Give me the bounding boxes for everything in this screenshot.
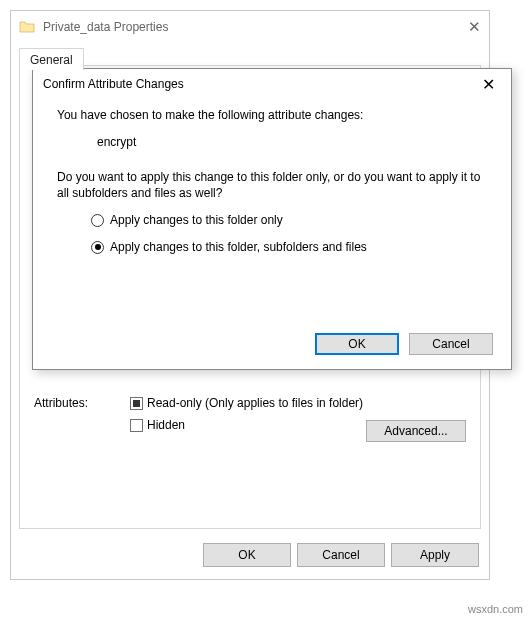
readonly-label: Read-only (Only applies to files in fold… xyxy=(147,396,363,410)
properties-ok-button[interactable]: OK xyxy=(203,543,291,567)
confirm-buttons: OK Cancel xyxy=(315,333,493,355)
radio-icon xyxy=(91,214,104,227)
confirm-line2: Do you want to apply this change to this… xyxy=(57,169,487,203)
folder-icon xyxy=(19,19,35,35)
attributes-checks: Read-only (Only applies to files in fold… xyxy=(130,396,466,440)
radio-recursive-label: Apply changes to this folder, subfolders… xyxy=(110,239,367,256)
properties-apply-button[interactable]: Apply xyxy=(391,543,479,567)
confirm-line1: You have chosen to make the following at… xyxy=(57,107,487,124)
checkbox-box-icon xyxy=(130,419,143,432)
properties-tabs: General xyxy=(19,47,83,69)
confirm-cancel-button[interactable]: Cancel xyxy=(409,333,493,355)
confirm-titlebar: Confirm Attribute Changes ✕ xyxy=(33,69,511,99)
watermark: wsxdn.com xyxy=(468,603,523,615)
radio-folder-only-label: Apply changes to this folder only xyxy=(110,212,283,229)
radio-folder-only[interactable]: Apply changes to this folder only xyxy=(91,212,487,229)
advanced-button[interactable]: Advanced... xyxy=(366,420,466,442)
properties-title: Private_data Properties xyxy=(43,20,460,34)
attributes-row: Attributes: Read-only (Only applies to f… xyxy=(34,396,466,440)
properties-titlebar: Private_data Properties ✕ xyxy=(11,11,489,43)
confirm-dialog: Confirm Attribute Changes ✕ You have cho… xyxy=(32,68,512,370)
radio-icon xyxy=(91,241,104,254)
properties-close-icon[interactable]: ✕ xyxy=(468,18,481,36)
radio-group: Apply changes to this folder only Apply … xyxy=(91,212,487,256)
attributes-label: Attributes: xyxy=(34,396,130,440)
properties-cancel-button[interactable]: Cancel xyxy=(297,543,385,567)
confirm-title: Confirm Attribute Changes xyxy=(43,77,476,91)
checkbox-box-icon xyxy=(130,397,143,410)
hidden-label: Hidden xyxy=(147,418,185,432)
tab-general[interactable]: General xyxy=(19,48,84,70)
confirm-body: You have chosen to make the following at… xyxy=(33,99,511,256)
confirm-close-icon[interactable]: ✕ xyxy=(476,73,501,96)
radio-recursive[interactable]: Apply changes to this folder, subfolders… xyxy=(91,239,487,256)
readonly-checkbox[interactable]: Read-only (Only applies to files in fold… xyxy=(130,396,466,410)
properties-buttons: OK Cancel Apply xyxy=(203,543,479,567)
confirm-ok-button[interactable]: OK xyxy=(315,333,399,355)
confirm-change-text: encrypt xyxy=(97,134,487,151)
